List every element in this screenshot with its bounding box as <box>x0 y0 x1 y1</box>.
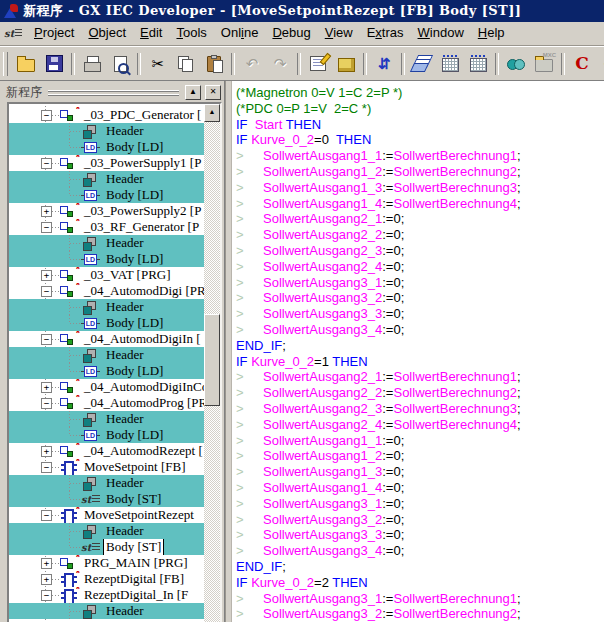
cut-icon: ✂ <box>152 56 165 71</box>
grid-table-1-button[interactable] <box>437 51 463 77</box>
code-identifier: SollwertAusgang2_3 <box>263 401 382 416</box>
scrollbar-thumb[interactable] <box>204 314 220 406</box>
menu-help[interactable]: Help <box>471 22 512 45</box>
tree-item-03-pdc-generator[interactable]: −*_03_PDC_Generator [ <box>9 107 204 123</box>
project-archive-button[interactable] <box>333 51 359 77</box>
tree-item-header[interactable]: Header <box>9 411 204 427</box>
tree-item-03-rf-generator-p[interactable]: −*_03_RF_Generator [P <box>9 219 204 235</box>
tree-item-header[interactable]: Header <box>9 347 204 363</box>
tree-item-rezeptdigital-in-f[interactable]: −*RezeptDigital_In [F <box>9 587 204 603</box>
program-pou-icon: * <box>59 556 78 571</box>
grid-table-2-button[interactable] <box>465 51 491 77</box>
tree-item-header[interactable]: Header <box>9 123 204 139</box>
collapse-toggle-icon[interactable]: − <box>41 286 52 297</box>
copy-button[interactable] <box>173 51 199 77</box>
tree-item-body-ld[interactable]: LDBody [LD] <box>9 251 204 267</box>
tree-item-header[interactable]: Header <box>9 475 204 491</box>
menu-object[interactable]: Object <box>81 22 133 45</box>
tree-scrollbar[interactable]: ▲ <box>204 104 220 622</box>
compile-target-button[interactable]: C <box>569 51 595 77</box>
st-code-editor[interactable]: (*Magnetron 0=V 1=C 2=P *)(*PDC 0=P 1=V … <box>225 81 604 622</box>
menu-window[interactable]: Window <box>411 22 471 45</box>
expand-toggle-icon[interactable]: + <box>41 574 52 585</box>
recycle-button[interactable]: ♻ <box>597 51 604 77</box>
tree-item-04-automoddigiinco[interactable]: +*_04_AutomodDigiInCo <box>9 379 204 395</box>
cut-button[interactable]: ✂ <box>145 51 171 77</box>
tree-item-03-vat-prg[interactable]: +*_03_VAT [PRG] <box>9 267 204 283</box>
tree-item-body-ld[interactable]: LDBody [LD] <box>9 315 204 331</box>
tree-item-body-ld[interactable]: LDBody [LD] <box>9 363 204 379</box>
ladder-body-icon: LD <box>81 364 100 379</box>
collapse-toggle-icon[interactable]: − <box>41 590 52 601</box>
expand-toggle-icon[interactable]: + <box>41 382 52 393</box>
save-button[interactable] <box>41 51 67 77</box>
collapse-toggle-icon[interactable]: − <box>41 110 52 121</box>
monitor-button[interactable] <box>503 51 529 77</box>
tree-item-03-powersupply2-p[interactable]: +*_03_PowerSupply2 [P <box>9 203 204 219</box>
menu-project[interactable]: Project <box>27 22 81 45</box>
project-navigator-panel: 新程序 ▲ ✕ −*_03_PDC_Generator [HeaderLDBod… <box>0 81 225 622</box>
tree-item-body-ld[interactable]: LDBody [LD] <box>9 427 204 443</box>
rollup-button[interactable]: ▲ <box>185 85 201 100</box>
tree-item-header[interactable]: Header <box>9 523 204 539</box>
code-identifier: SollwertBerechnung3 <box>393 401 517 416</box>
layer-stack-button[interactable] <box>409 51 435 77</box>
print-preview-button[interactable] <box>107 51 133 77</box>
menu-edit[interactable]: Edit <box>133 22 169 45</box>
tree-item-header[interactable]: Header <box>9 603 204 619</box>
scroll-up-arrow-icon[interactable]: ▲ <box>204 104 220 122</box>
tree-item-header[interactable]: Header <box>9 235 204 251</box>
collapse-toggle-icon[interactable]: − <box>41 398 52 409</box>
tree-item-movesetpointrezept[interactable]: −*MoveSetpointRezept <box>9 507 204 523</box>
expand-toggle-icon[interactable]: + <box>41 206 52 217</box>
code-text: := <box>382 591 393 606</box>
menu-debug[interactable]: Debug <box>265 22 317 45</box>
collapse-toggle-icon[interactable]: − <box>41 510 52 521</box>
tree-item-rezeptdigital-fb[interactable]: +*RezeptDigital [FB] <box>9 571 204 587</box>
header-icon <box>81 348 100 363</box>
properties-button[interactable] <box>305 51 331 77</box>
toolbar-separator <box>561 53 565 75</box>
tree-item-03-powersupply1-p[interactable]: −*_03_PowerSupply1 [P <box>9 155 204 171</box>
tree-item-04-automodprog-pr[interactable]: −*_04_AutomodProg [PR <box>9 395 204 411</box>
close-panel-button[interactable]: ✕ <box>205 85 221 100</box>
expand-toggle-icon[interactable]: + <box>41 446 52 457</box>
tree-item-body-st[interactable]: stBody [ST] <box>9 491 204 507</box>
tree-item-prg-main-prg[interactable]: +*PRG_MAIN [PRG] <box>9 555 204 571</box>
tree-item-header[interactable]: Header <box>9 171 204 187</box>
tree-item-body-st[interactable]: stBody [ST] <box>9 539 204 555</box>
collapse-toggle-icon[interactable]: − <box>41 462 52 473</box>
tree-item-04-automoddigi-pr[interactable]: −*_04_AutomodDigi [PR <box>9 283 204 299</box>
toolbar-grip[interactable] <box>3 52 8 76</box>
navigator-grip[interactable] <box>48 90 179 96</box>
collapse-toggle-icon[interactable]: − <box>41 222 52 233</box>
code-text: ; <box>517 591 521 606</box>
expand-toggle-icon[interactable]: + <box>41 270 52 281</box>
menu-extras[interactable]: Extras <box>360 22 411 45</box>
print-button[interactable] <box>79 51 105 77</box>
tree-connector <box>70 371 80 372</box>
tree-connector <box>70 147 80 148</box>
menu-tools[interactable]: Tools <box>169 22 213 45</box>
code-line: END_IF; <box>236 338 604 354</box>
paste-button[interactable] <box>201 51 227 77</box>
expand-toggle-icon[interactable]: + <box>41 558 52 569</box>
tree-item-04-automodrezept[interactable]: +*_04_AutomodRezept [ <box>9 443 204 459</box>
code-keyword: THEN <box>332 575 367 590</box>
tree-item-04-automoddigiin[interactable]: −*_04_AutomodDigiIn [ <box>9 331 204 347</box>
header-icon <box>81 524 100 539</box>
tree-connector <box>70 131 80 132</box>
menu-view[interactable]: View <box>318 22 360 45</box>
tree-connector <box>70 531 80 532</box>
tree-connector <box>70 355 80 356</box>
collapse-toggle-icon[interactable]: − <box>41 158 52 169</box>
collapse-toggle-icon[interactable]: − <box>41 334 52 345</box>
tree-item-body-ld[interactable]: LDBody [LD] <box>9 187 204 203</box>
open-button[interactable] <box>13 51 39 77</box>
tree-item-label: Body [LD] <box>103 315 166 331</box>
import-export-button[interactable]: ⇵ <box>371 51 397 77</box>
tree-item-body-ld[interactable]: LDBody [LD] <box>9 139 204 155</box>
menu-online[interactable]: Online <box>214 22 266 45</box>
tree-item-movesetpoint-fb[interactable]: −*MoveSetpoint [FB] <box>9 459 204 475</box>
tree-item-header[interactable]: Header <box>9 299 204 315</box>
